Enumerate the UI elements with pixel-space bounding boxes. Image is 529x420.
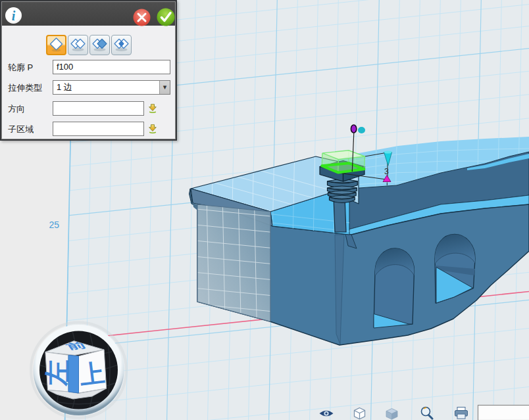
svg-text:25: 25: [49, 220, 59, 230]
svg-text:上: 上: [78, 359, 107, 389]
svg-text:左: 左: [43, 360, 72, 387]
svg-text:3: 3: [384, 167, 389, 176]
